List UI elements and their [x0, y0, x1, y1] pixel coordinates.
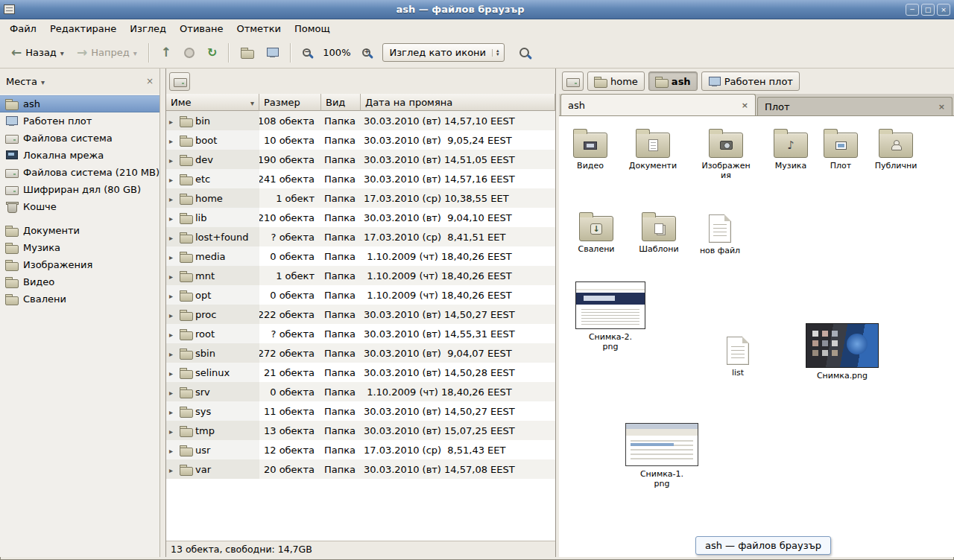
sidebar-close-icon[interactable]: × [146, 76, 154, 86]
expander-icon[interactable] [169, 115, 177, 127]
table-row-usr[interactable]: usr12 обектаПапка17.03.2010 (ср) 8,51,43… [166, 440, 555, 459]
sidebar-item-2[interactable]: Файлова система [0, 130, 159, 147]
tab-0[interactable]: ash [560, 94, 756, 115]
sidebar-item-10[interactable]: Изображения [0, 256, 159, 273]
home-button[interactable] [236, 42, 259, 63]
expander-icon[interactable] [169, 270, 177, 281]
table-row-mnt[interactable]: mnt1 обектПапка 1.10.2009 (чт) 18,40,26 … [166, 266, 555, 285]
menu-item-1[interactable]: Редактиране [43, 21, 123, 36]
menu-item-3[interactable]: Отиване [173, 21, 230, 36]
expander-icon[interactable] [169, 232, 177, 243]
expander-icon[interactable] [169, 154, 177, 165]
path-button-1[interactable]: home [587, 71, 645, 91]
close-button[interactable]: × [937, 4, 950, 16]
menu-item-5[interactable]: Помощ [288, 21, 337, 36]
expander-icon[interactable] [169, 386, 177, 398]
expander-icon[interactable] [169, 174, 177, 185]
table-row-proc[interactable]: proc222 обектаПапка30.03.2010 (вт) 14,50… [166, 305, 555, 324]
expander-icon[interactable] [169, 348, 177, 359]
menu-item-0[interactable]: Файл [3, 21, 43, 36]
column-header-date[interactable]: Дата на промяна [361, 94, 555, 111]
menu-item-2[interactable]: Изглед [123, 21, 173, 36]
icon-view-item-10[interactable]: list [708, 334, 768, 378]
sidebar-item-1[interactable]: Работен плот [0, 112, 159, 130]
path-button-3[interactable]: Работен плот [701, 71, 800, 91]
icon-view-item-9[interactable]: Снимка-2. png [572, 281, 648, 351]
icon-view-item-12[interactable]: Снимка-1. png [623, 423, 701, 489]
table-row-media[interactable]: media0 обектаПапка 1.10.2009 (чт) 18,40,… [166, 246, 555, 266]
table-row-var[interactable]: var20 обектаПапка30.03.2010 (вт) 14,57,0… [166, 459, 555, 479]
icon-view-item-7[interactable]: Шаблони [628, 210, 690, 254]
sidebar-item-12[interactable]: Свалени [0, 290, 159, 308]
column-header-type[interactable]: Вид [321, 94, 361, 111]
forward-button[interactable]: Напред [72, 42, 142, 63]
icon-view-item-8[interactable]: нов файл [690, 211, 750, 255]
pane-splitter-left[interactable] [160, 69, 165, 557]
sidebar-item-3[interactable]: Локална мрежа [0, 147, 159, 164]
table-row-bin[interactable]: bin108 обектаПапка30.03.2010 (вт) 14,57,… [166, 111, 555, 130]
table-row-sbin[interactable]: sbin272 обектаПапка30.03.2010 (вт) 9,04,… [166, 343, 555, 363]
icon-view-item-11[interactable]: Снимка.png [803, 323, 881, 381]
expander-icon[interactable] [169, 309, 177, 320]
table-row-opt[interactable]: opt0 обектаПапка 1.10.2009 (чт) 18,40,26… [166, 285, 555, 305]
icon-view-item-0[interactable]: Видео [560, 127, 620, 171]
expander-icon[interactable] [169, 251, 177, 262]
icon-view-item-6[interactable]: Свалени [565, 210, 628, 254]
expander-icon[interactable] [169, 193, 177, 204]
table-row-root[interactable]: root? обектаПапка30.03.2010 (вт) 14,55,3… [166, 324, 555, 343]
path-button-0[interactable] [562, 71, 584, 91]
tab-close-icon[interactable] [742, 101, 748, 110]
view-mode-combo[interactable]: Изглед като икони ▴▾ [382, 43, 504, 62]
computer-button[interactable] [261, 42, 284, 63]
table-row-lost+found[interactable]: lost+found? обектаПапка17.03.2010 (ср) 8… [166, 227, 555, 246]
sidebar-item-9[interactable]: Музика [0, 239, 159, 256]
tab-close-icon[interactable] [938, 102, 945, 112]
expander-icon[interactable] [169, 445, 177, 456]
icon-view[interactable]: ВидеоДокументиИзображен ияМузикаПлотПубл… [559, 116, 954, 557]
minimize-button[interactable]: ─ [906, 4, 919, 16]
reload-button[interactable] [202, 42, 222, 63]
table-row-sys[interactable]: sys11 обектаПапка30.03.2010 (вт) 14,50,2… [166, 401, 555, 421]
expander-icon[interactable] [169, 425, 177, 436]
up-button[interactable] [156, 42, 177, 63]
title-bar[interactable]: ash — файлов браузър ─ □ × [0, 0, 954, 19]
expander-icon[interactable] [169, 135, 177, 146]
table-row-dev[interactable]: dev190 обектаПапка30.03.2010 (вт) 14,51,… [166, 150, 555, 169]
icon-view-item-2[interactable]: Изображен ия [696, 127, 756, 180]
expander-icon[interactable] [169, 212, 177, 223]
sidebar-item-6[interactable]: Кошче [0, 198, 159, 215]
table-row-home[interactable]: home1 обектПапка17.03.2010 (ср) 10,38,55… [166, 188, 555, 208]
sidebar-dropdown-icon[interactable] [41, 77, 45, 86]
sidebar-item-4[interactable]: Файлова система (210 MB) [0, 164, 159, 181]
menu-item-4[interactable]: Отметки [230, 21, 287, 36]
table-row-tmp[interactable]: tmp13 обектаПапка30.03.2010 (вт) 15,07,2… [166, 421, 555, 440]
expander-icon[interactable] [169, 328, 177, 340]
table-row-srv[interactable]: srv0 обектаПапка 1.10.2009 (чт) 18,40,26… [166, 382, 555, 401]
column-header-size[interactable]: Размер [259, 94, 321, 111]
column-header-name[interactable]: Име [166, 94, 259, 111]
stop-button[interactable] [179, 43, 200, 63]
tab-1[interactable]: Плот [757, 97, 953, 115]
search-button[interactable] [514, 43, 534, 62]
zoom-out-button[interactable]: − [297, 44, 316, 61]
icon-view-item-4[interactable]: Плот [812, 127, 869, 171]
back-button[interactable]: Назад [6, 42, 69, 63]
sidebar-item-5[interactable]: Шифриран дял (80 GB) [0, 181, 159, 198]
icon-view-item-3[interactable]: Музика [762, 127, 820, 171]
zoom-in-button[interactable]: + [357, 44, 376, 61]
path-button-2[interactable]: ash [648, 71, 698, 91]
table-row-boot[interactable]: boot10 обектаПапка30.03.2010 (вт) 9,05,2… [166, 130, 555, 150]
table-row-lib[interactable]: lib210 обектаПапка30.03.2010 (вт) 9,04,1… [166, 208, 555, 227]
sidebar-item-8[interactable]: Документи [0, 222, 159, 239]
sidebar-title[interactable]: Места [6, 76, 37, 87]
icon-view-item-5[interactable]: Публични [865, 127, 927, 171]
sidebar-item-11[interactable]: Видео [0, 273, 159, 290]
sidebar-item-0[interactable]: ash [0, 95, 159, 112]
pane-location-button[interactable] [169, 72, 190, 91]
expander-icon[interactable] [169, 464, 177, 475]
expander-icon[interactable] [169, 367, 177, 378]
table-row-etc[interactable]: etc241 обектаПапка30.03.2010 (вт) 14,57,… [166, 169, 555, 188]
icon-view-item-1[interactable]: Документи [623, 127, 683, 171]
expander-icon[interactable] [169, 290, 177, 301]
maximize-button[interactable]: □ [921, 4, 935, 16]
